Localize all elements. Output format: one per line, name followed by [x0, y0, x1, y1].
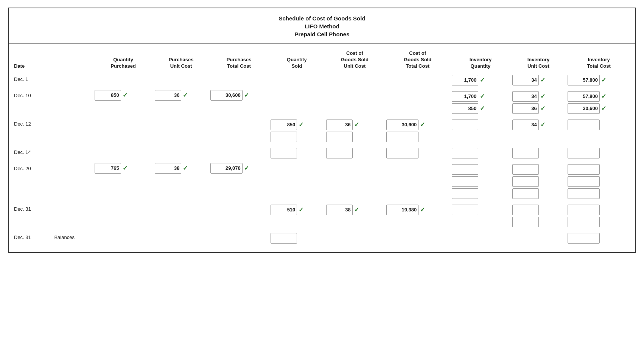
cogs-total-cost-cell	[385, 162, 450, 200]
entry-input[interactable]	[326, 120, 353, 130]
input-box	[568, 148, 630, 158]
entry-input[interactable]	[326, 148, 353, 158]
inv-qty-cell: ✓	[450, 73, 511, 87]
check-icon: ✓	[123, 92, 128, 98]
inv-total-cost-cell	[566, 146, 632, 160]
input-box: ✓	[155, 90, 188, 101]
entry-input[interactable]	[326, 132, 353, 142]
check-icon: ✓	[354, 122, 359, 128]
cell-group: ✓	[386, 118, 449, 142]
table-row: Dec. 1✓✓✓	[12, 73, 632, 87]
entry-input[interactable]	[271, 120, 297, 130]
date-cell: Dec. 14	[12, 146, 53, 160]
entry-input[interactable]	[155, 90, 181, 101]
input-box	[326, 148, 384, 158]
cell-group	[568, 203, 630, 227]
entry-input[interactable]	[95, 90, 121, 101]
entry-input[interactable]	[512, 148, 539, 158]
col-header-purchases-unit-cost: PurchasesUnit Cost	[153, 48, 208, 73]
entry-input[interactable]	[568, 217, 600, 227]
entry-input[interactable]	[512, 91, 539, 102]
entry-input[interactable]	[568, 188, 600, 199]
input-box	[271, 233, 323, 244]
entry-input[interactable]	[512, 188, 539, 199]
purchases-total-cost-cell: ✓	[209, 89, 269, 115]
cell-group	[568, 163, 630, 199]
entry-input[interactable]	[210, 90, 243, 101]
qty-purchased-cell: ✓	[93, 162, 154, 200]
entry-input[interactable]	[452, 205, 478, 215]
balances-cell	[53, 202, 93, 228]
cogs-total-cost-cell: ✓	[385, 117, 450, 143]
input-box	[271, 148, 323, 158]
entry-input[interactable]	[452, 120, 478, 130]
entry-input[interactable]	[512, 205, 539, 215]
entry-input[interactable]	[452, 75, 478, 85]
inv-total-cost-cell: ✓	[566, 73, 632, 87]
input-box: ✓	[512, 120, 565, 130]
entry-input[interactable]	[326, 205, 353, 215]
entry-input[interactable]	[271, 233, 297, 244]
entry-input[interactable]	[386, 148, 418, 158]
check-icon: ✓	[183, 92, 188, 98]
entry-input[interactable]	[452, 103, 478, 114]
entry-input[interactable]	[512, 176, 539, 187]
input-box: ✓	[155, 163, 188, 174]
purchases-unit-cost-cell	[153, 231, 208, 245]
entry-input[interactable]	[452, 91, 478, 102]
entry-input[interactable]	[95, 163, 121, 174]
entry-input[interactable]	[568, 233, 600, 244]
entry-input[interactable]	[271, 132, 297, 142]
entry-input[interactable]	[568, 148, 600, 158]
col-header-cogs-total-cost: Cost ofGoods SoldTotal Cost	[385, 48, 450, 73]
entry-input[interactable]	[271, 148, 297, 158]
entry-input[interactable]	[452, 148, 478, 158]
purchases-unit-cost-cell	[153, 202, 208, 228]
entry-input[interactable]	[452, 217, 478, 227]
entry-input[interactable]	[568, 205, 600, 215]
entry-input[interactable]	[512, 75, 539, 85]
input-box	[386, 132, 449, 142]
input-box	[452, 205, 509, 215]
entry-input[interactable]	[452, 164, 478, 175]
check-icon: ✓	[420, 207, 425, 213]
entry-input[interactable]	[155, 163, 181, 174]
entry-input[interactable]	[512, 217, 539, 227]
entry-input[interactable]	[386, 205, 418, 215]
entry-input[interactable]	[568, 176, 600, 187]
entry-input[interactable]	[512, 103, 539, 114]
entry-input[interactable]	[568, 103, 600, 114]
check-icon: ✓	[244, 92, 249, 98]
purchases-unit-cost-cell	[153, 146, 208, 160]
input-box: ✓	[271, 205, 323, 215]
cell-group: ✓	[326, 118, 384, 142]
check-icon: ✓	[244, 165, 249, 171]
page-container: Schedule of Cost of Goods Sold LIFO Meth…	[8, 8, 636, 253]
table-row: Dec. 10✓✓✓✓✓✓✓✓✓	[12, 89, 632, 115]
entry-input[interactable]	[386, 120, 418, 130]
entry-input[interactable]	[210, 163, 243, 174]
entry-input[interactable]	[512, 120, 539, 130]
entry-input[interactable]	[386, 132, 418, 142]
inv-unit-cost-cell: ✓✓	[511, 89, 566, 115]
entry-input[interactable]	[568, 91, 600, 102]
check-icon: ✓	[354, 207, 359, 213]
entry-input[interactable]	[452, 188, 478, 199]
check-icon: ✓	[540, 93, 545, 99]
balances-cell	[53, 73, 93, 87]
cell-group	[512, 163, 565, 199]
cell-group: ✓✓	[512, 90, 565, 114]
entry-input[interactable]	[271, 205, 297, 215]
entry-input[interactable]	[568, 75, 600, 85]
entry-input[interactable]	[452, 176, 478, 187]
entry-input[interactable]	[568, 120, 600, 130]
inv-total-cost-cell	[566, 202, 632, 228]
inv-unit-cost-cell	[511, 146, 566, 160]
entry-input[interactable]	[512, 164, 539, 175]
input-box	[271, 132, 323, 142]
col-header-qty-sold: QuantitySold	[269, 48, 324, 73]
entry-input[interactable]	[568, 164, 600, 175]
cell-group	[452, 203, 509, 227]
input-box: ✓	[210, 90, 249, 101]
input-box: ✓	[95, 163, 128, 174]
